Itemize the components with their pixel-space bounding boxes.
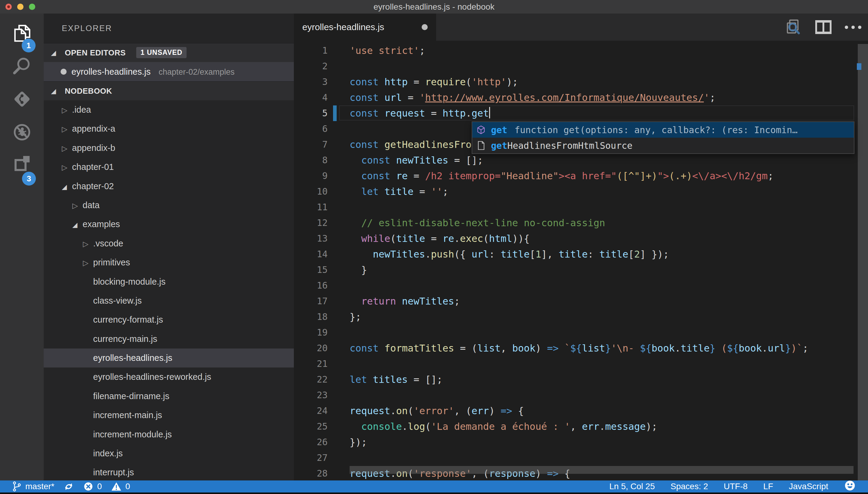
code-line-23[interactable]: 23 (294, 387, 868, 403)
suggestion-get[interactable]: getfunction get(options: any, callback?:… (472, 122, 854, 138)
tree-item-increment-main.js[interactable]: increment-main.js (44, 406, 294, 425)
code-line-20[interactable]: 20const formatTitles = (list, book) => `… (294, 340, 868, 356)
code-line-3[interactable]: 3const http = require('http'); (294, 74, 868, 90)
open-editor-item[interactable]: eyrolles-headlines.js chapter-02/example… (44, 62, 294, 81)
workspace-header[interactable]: ◢ NODEBOOK (44, 81, 294, 100)
eol-sequence[interactable]: LF (763, 482, 773, 491)
split-editor-icon[interactable] (815, 20, 832, 34)
open-changes-icon[interactable] (784, 18, 802, 36)
code-line-4[interactable]: 4const url = 'http://www.eyrolles.com/In… (294, 90, 868, 106)
cursor-position[interactable]: Ln 5, Col 25 (609, 482, 655, 491)
suggestion-label: get (491, 140, 507, 151)
code-line-2[interactable]: 2 (294, 58, 868, 74)
tree-item-.vscode[interactable]: ▷.vscode (44, 234, 294, 253)
tree-item-eyrolles-headlines-reworked.js[interactable]: eyrolles-headlines-reworked.js (44, 367, 294, 386)
code-line-16[interactable]: 16 (294, 278, 868, 293)
open-editors-header[interactable]: ◢ OPEN EDITORS 1 UNSAVED (44, 43, 294, 62)
tree-item-interrupt.js[interactable]: interrupt.js (44, 463, 294, 480)
code-line-8[interactable]: 8 const newTitles = []; (294, 152, 868, 168)
code-line-1[interactable]: 1'use strict'; (294, 43, 868, 58)
line-content: const newTitles = []; (350, 152, 483, 168)
vertical-scrollbar[interactable] (858, 44, 868, 480)
tree-item-appendix-a[interactable]: ▷appendix-a (44, 119, 294, 138)
encoding[interactable]: UTF-8 (724, 482, 747, 491)
close-button[interactable] (5, 4, 12, 10)
code-line-18[interactable]: 18}; (294, 309, 868, 325)
indentation[interactable]: Spaces: 2 (670, 482, 708, 491)
chevron-collapsed-icon[interactable]: ▷ (83, 253, 93, 272)
tree-item-examples[interactable]: ◢examples (44, 215, 294, 234)
tree-item-currency-main.js[interactable]: currency-main.js (44, 329, 294, 348)
tree-item-eyrolles-headlines.js[interactable]: eyrolles-headlines.js (44, 348, 294, 367)
minimize-button[interactable] (17, 4, 23, 10)
tree-item-label: eyrolles-headlines-reworked.js (93, 372, 211, 382)
tree-item-primitives[interactable]: ▷primitives (44, 253, 294, 272)
git-branch-indicator[interactable]: master* (12, 481, 54, 492)
tree-item-.idea[interactable]: ▷.idea (44, 100, 294, 119)
tree-item-class-view.js[interactable]: class-view.js (44, 291, 294, 310)
code-line-19[interactable]: 19 (294, 325, 868, 340)
code-line-17[interactable]: 17 return newTitles; (294, 293, 868, 309)
chevron-collapsed-icon[interactable]: ▷ (62, 101, 72, 119)
warning-icon (111, 481, 122, 492)
code-line-22[interactable]: 22let titles = []; (294, 372, 868, 387)
code-line-14[interactable]: 14 newTitles.push({ url: title[1], title… (294, 246, 868, 262)
maximize-button[interactable] (29, 4, 35, 10)
sync-button[interactable] (63, 481, 74, 492)
tree-item-chapter-02[interactable]: ◢chapter-02 (44, 177, 294, 196)
feedback-smiley[interactable] (844, 479, 856, 494)
tree-item-label: increment-module.js (93, 430, 172, 439)
code-line-10[interactable]: 10 let title = ''; (294, 184, 868, 200)
line-number: 4 (294, 90, 328, 106)
chevron-collapsed-icon[interactable]: ▷ (62, 119, 72, 138)
language-mode[interactable]: JavaScript (789, 482, 828, 491)
tree-item-label: chapter-01 (72, 162, 114, 172)
line-number: 3 (294, 74, 328, 90)
activity-explorer[interactable]: 1 (0, 23, 44, 44)
code-line-24[interactable]: 24request.on('error', (err) => { (294, 403, 868, 419)
tree-item-chapter-01[interactable]: ▷chapter-01 (44, 157, 294, 176)
chevron-expanded-icon[interactable]: ◢ (62, 177, 72, 196)
chevron-expanded-icon[interactable]: ◢ (72, 215, 82, 234)
activity-search[interactable] (0, 55, 44, 77)
error-indicator[interactable]: 0 (83, 481, 102, 492)
code-line-9[interactable]: 9 const re = /h2 itemprop="Headline"><a … (294, 168, 868, 184)
tree-item-filename-dirname.js[interactable]: filename-dirname.js (44, 387, 294, 406)
line-number: 8 (294, 152, 328, 168)
explorer-badge: 1 (22, 39, 36, 52)
activity-source-control[interactable]: 3 (0, 88, 44, 110)
chevron-collapsed-icon[interactable]: ▷ (83, 234, 93, 253)
code-line-27[interactable]: 27 (294, 450, 868, 466)
tree-item-increment-module.js[interactable]: increment-module.js (44, 425, 294, 444)
editor[interactable]: 1'use strict';23const http = require('ht… (294, 41, 868, 480)
tab-eyrolles-headlines[interactable]: eyrolles-headlines.js (294, 14, 436, 41)
chevron-collapsed-icon[interactable]: ▷ (62, 139, 72, 157)
tree-item-currency-format.js[interactable]: currency-format.js (44, 310, 294, 329)
chevron-collapsed-icon[interactable]: ▷ (72, 196, 82, 215)
tree-item-index.js[interactable]: index.js (44, 444, 294, 463)
vscode-window: eyrolles-headlines.js - nodebook 1 (0, 0, 868, 494)
line-number: 17 (294, 293, 328, 309)
horizontal-scrollbar[interactable] (350, 466, 853, 474)
activity-extensions[interactable] (0, 153, 44, 174)
tree-item-label: .vscode (93, 239, 123, 248)
tree-item-label: interrupt.js (93, 468, 134, 477)
code-line-21[interactable]: 21 (294, 356, 868, 372)
suggestion-label: get (491, 125, 507, 135)
code-line-5[interactable]: 5const request = http.get (294, 106, 868, 121)
tree-item-data[interactable]: ▷data (44, 196, 294, 215)
tree-item-blocking-module.js[interactable]: blocking-module.js (44, 272, 294, 291)
activity-debug[interactable] (0, 121, 44, 143)
code-line-15[interactable]: 15 } (294, 262, 868, 278)
code-line-11[interactable]: 11 (294, 200, 868, 215)
code-line-26[interactable]: 26}); (294, 434, 868, 450)
chevron-collapsed-icon[interactable]: ▷ (62, 158, 72, 176)
more-actions-icon[interactable] (845, 25, 861, 29)
tree-item-label: index.js (93, 449, 123, 458)
code-line-13[interactable]: 13 while(title = re.exec(html)){ (294, 231, 868, 246)
tree-item-appendix-b[interactable]: ▷appendix-b (44, 138, 294, 157)
code-line-25[interactable]: 25 console.log('La demande a échoué : ',… (294, 419, 868, 434)
suggestion-getheadlinesfromhtmlsource[interactable]: getHeadlinesFromHtmlSource (472, 138, 854, 153)
warning-indicator[interactable]: 0 (111, 481, 130, 492)
code-line-12[interactable]: 12 // eslint-disable-next-line no-cond-a… (294, 215, 868, 231)
